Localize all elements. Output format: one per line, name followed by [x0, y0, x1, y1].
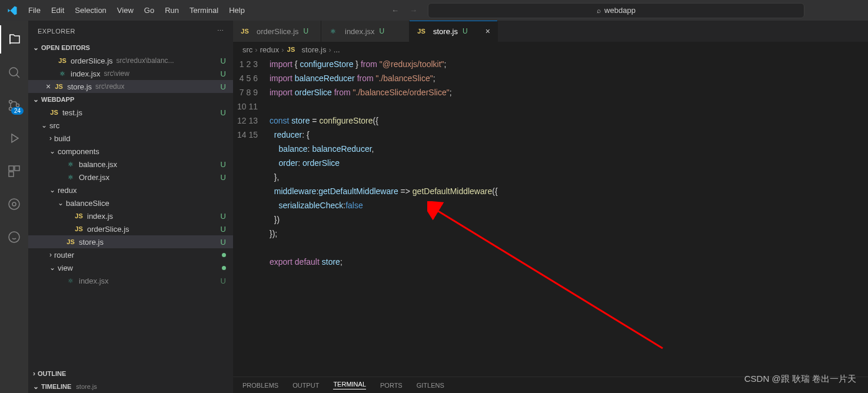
svg-rect-7: [15, 166, 19, 171]
chevron-down-icon: ⌄: [33, 95, 39, 104]
open-editor-item[interactable]: ×JSstore.jssrc\reduxU: [28, 80, 233, 93]
sidebar: EXPLORER ⋯ ⌄OPEN EDITORS JSorderSlice.js…: [28, 21, 233, 393]
menu-file[interactable]: File: [24, 4, 45, 17]
more-icon[interactable]: ⋯: [217, 27, 224, 35]
sidebar-title: EXPLORER: [38, 28, 75, 35]
activity-search[interactable]: [0, 58, 28, 86]
vscode-logo-icon: [7, 5, 18, 16]
svg-point-9: [9, 199, 19, 209]
scm-badge: 24: [11, 107, 24, 115]
editor-tab[interactable]: JSstore.jsU×: [410, 21, 498, 42]
tree-item[interactable]: ›router: [28, 248, 233, 261]
menu-help[interactable]: Help: [224, 4, 250, 17]
nav-forward-icon[interactable]: →: [410, 6, 417, 15]
chevron-icon: ⌄: [49, 186, 55, 194]
tree-item[interactable]: ⌄src: [28, 119, 233, 132]
tree-item[interactable]: JSindex.jsU: [28, 209, 233, 222]
menu-view[interactable]: View: [112, 4, 138, 17]
svg-line-1: [16, 75, 19, 78]
editor-area: JSorderSlice.jsU⚛index.jsxUJSstore.jsU× …: [233, 21, 868, 393]
breadcrumb-item[interactable]: src: [242, 45, 252, 54]
line-numbers: 1 2 3 4 5 6 7 8 9 10 11 12 13 14 15: [233, 57, 270, 377]
menu-run[interactable]: Run: [160, 4, 184, 17]
search-placeholder: webdapp: [604, 6, 636, 15]
chevron-icon: ⌄: [49, 264, 55, 272]
project-header[interactable]: ⌄WEBDAPP: [28, 93, 233, 106]
sidebar-header: EXPLORER ⋯: [28, 21, 233, 41]
nav-back-icon[interactable]: ←: [391, 6, 399, 15]
svg-marker-5: [12, 134, 18, 142]
breadcrumb[interactable]: src›redux›JSstore.js›...: [233, 42, 868, 57]
panel-tab-terminal[interactable]: TERMINAL: [333, 381, 366, 389]
open-editors-list: JSorderSlice.jssrc\redux\balanc...U⚛inde…: [28, 54, 233, 93]
breadcrumb-item[interactable]: ...: [334, 45, 340, 54]
outline-header[interactable]: ›OUTLINE: [28, 367, 233, 380]
close-icon[interactable]: ×: [46, 82, 51, 91]
close-icon[interactable]: ×: [485, 26, 490, 36]
chevron-right-icon: ›: [33, 369, 35, 378]
tree-item[interactable]: JSorderSlice.jsU: [28, 222, 233, 235]
panel-tab-gitlens[interactable]: GITLENS: [417, 382, 444, 389]
search-icon: ⌕: [597, 6, 601, 15]
tree-item[interactable]: ⌄balanceSlice: [28, 196, 233, 209]
editor-tabs: JSorderSlice.jsU⚛index.jsxUJSstore.jsU×: [233, 21, 868, 42]
open-editor-item[interactable]: ⚛index.jsxsrc\viewU: [28, 67, 233, 80]
nav-arrows: ← →: [381, 6, 428, 15]
panel-tab-output[interactable]: OUTPUT: [292, 382, 319, 389]
chevron-icon: ⌄: [41, 121, 47, 129]
open-editors-header[interactable]: ⌄OPEN EDITORS: [28, 41, 233, 54]
svg-rect-6: [9, 166, 14, 171]
tree-item[interactable]: ›build: [28, 132, 233, 145]
activity-extra[interactable]: [0, 223, 28, 251]
menu-selection[interactable]: Selection: [70, 4, 111, 17]
activity-bar: 24: [0, 21, 28, 393]
chevron-down-icon: ⌄: [33, 44, 39, 52]
chevron-icon: ⌄: [58, 199, 64, 207]
activity-debug[interactable]: [0, 124, 28, 152]
tree-item[interactable]: ⚛balance.jsxU: [28, 158, 233, 171]
tree-item[interactable]: JStest.jsU: [28, 106, 233, 119]
tree-item[interactable]: ⌄redux: [28, 184, 233, 196]
command-center-search[interactable]: ⌕ webdapp: [428, 3, 804, 18]
panel-tab-ports[interactable]: PORTS: [380, 382, 403, 389]
svg-point-11: [9, 232, 19, 242]
svg-point-4: [16, 104, 19, 107]
activity-explorer[interactable]: [0, 25, 28, 54]
tree-item[interactable]: ⚛index.jsxU: [28, 274, 233, 287]
tree-item[interactable]: JSstore.jsU: [28, 235, 233, 248]
svg-point-2: [9, 101, 12, 104]
titlebar: FileEditSelectionViewGoRunTerminalHelp ←…: [0, 0, 868, 21]
breadcrumb-item[interactable]: redux: [260, 45, 280, 54]
activity-extensions[interactable]: [0, 157, 28, 185]
svg-rect-8: [9, 172, 14, 176]
chevron-down-icon: ⌄: [33, 382, 39, 391]
menu-terminal[interactable]: Terminal: [185, 4, 223, 17]
chevron-icon: ›: [49, 134, 52, 142]
open-editor-item[interactable]: JSorderSlice.jssrc\redux\balanc...U: [28, 54, 233, 67]
svg-point-0: [9, 68, 18, 76]
activity-remote[interactable]: [0, 190, 28, 218]
menu-edit[interactable]: Edit: [46, 4, 69, 17]
file-tree: JStest.jsU⌄src›build⌄components⚛balance.…: [28, 106, 233, 367]
editor-tab[interactable]: JSorderSlice.jsU: [233, 21, 321, 42]
menubar: FileEditSelectionViewGoRunTerminalHelp: [24, 4, 250, 17]
code-content[interactable]: import { configureStore } from "@reduxjs…: [270, 57, 868, 377]
tree-item[interactable]: ⌄view: [28, 261, 233, 274]
chevron-icon: ›: [49, 251, 52, 259]
watermark: CSDN @跟 耿瑞 卷出一片天: [744, 374, 856, 385]
breadcrumb-item[interactable]: store.js: [302, 45, 327, 54]
chevron-icon: ⌄: [49, 147, 55, 155]
panel-tab-problems[interactable]: PROBLEMS: [242, 382, 278, 389]
menu-go[interactable]: Go: [139, 4, 159, 17]
tree-item[interactable]: ⌄components: [28, 145, 233, 158]
tree-item[interactable]: ⚛Order.jsxU: [28, 171, 233, 184]
code-editor[interactable]: 1 2 3 4 5 6 7 8 9 10 11 12 13 14 15 impo…: [233, 57, 868, 377]
editor-tab[interactable]: ⚛index.jsxU: [321, 21, 410, 42]
activity-scm[interactable]: 24: [0, 91, 28, 119]
svg-point-10: [12, 202, 16, 206]
timeline-header[interactable]: ⌄TIMELINEstore.js: [28, 380, 233, 393]
